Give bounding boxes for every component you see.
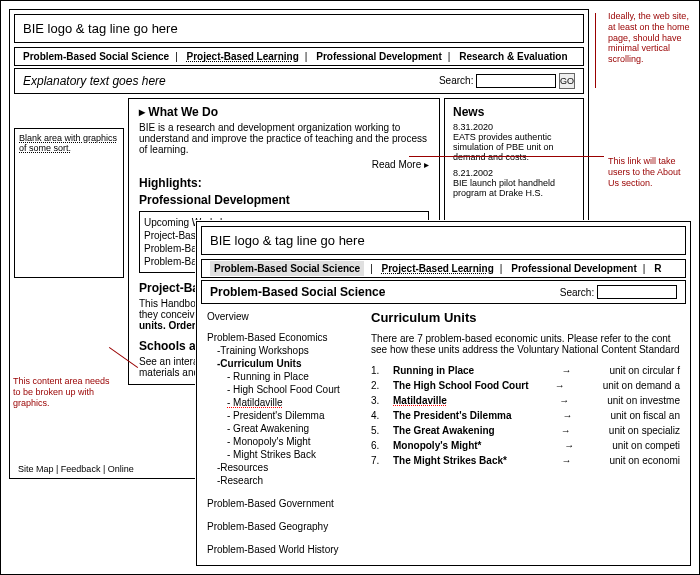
nav-item-profdev[interactable]: Professional Development <box>316 51 442 62</box>
section-title: Problem-Based Social Science <box>210 285 385 299</box>
primary-nav: Problem-Based Social Science| Project-Ba… <box>201 259 686 278</box>
unit-topic: unit on demand a <box>603 380 680 391</box>
news-item[interactable]: 8.21.2002 BIE launch pilot handheld prog… <box>453 168 575 198</box>
unit-name: The High School Food Court <box>393 380 547 391</box>
sidenav-item[interactable]: Problem-Based World History <box>207 543 357 556</box>
unit-row[interactable]: 1.Running in Place→unit on circular f <box>371 365 680 376</box>
nav-item-research[interactable]: Research & Evaluation <box>459 51 567 62</box>
unit-row[interactable]: 5.The Great Awakening→unit on specializ <box>371 425 680 436</box>
sidenav-unit[interactable]: - Matildaville <box>207 396 357 409</box>
content-area: Curriculum Units There are 7 problem-bas… <box>371 310 680 556</box>
unit-row[interactable]: 6.Monopoly's Might*→unit on competi <box>371 440 680 451</box>
arrow-icon: → <box>561 455 601 466</box>
annotation-line <box>409 156 604 157</box>
nav-item-pbss[interactable]: Problem-Based Social Science <box>23 51 169 62</box>
logo-tagline: BIE logo & tag line go here <box>210 233 677 248</box>
subsection-window: BIE logo & tag line go here Problem-Base… <box>196 221 691 566</box>
arrow-icon: → <box>561 365 601 376</box>
sidenav-item[interactable]: -Research <box>207 474 357 487</box>
unit-topic: unit on competi <box>612 440 680 451</box>
arrow-icon: ▸ <box>139 105 148 119</box>
unit-name: The Might Strikes Back* <box>393 455 553 466</box>
unit-name: Matildaville <box>393 395 551 406</box>
arrow-icon: ▸ <box>424 159 429 170</box>
unit-number: 3. <box>371 395 385 406</box>
highlights-subheading: Professional Development <box>139 193 429 207</box>
unit-number: 1. <box>371 365 385 376</box>
primary-nav: Problem-Based Social Science| Project-Ba… <box>14 47 584 66</box>
sidenav-unit[interactable]: - Monopoly's Might <box>207 435 357 448</box>
unit-row[interactable]: 3.Matildaville→unit on investme <box>371 395 680 406</box>
unit-number: 6. <box>371 440 385 451</box>
unit-name: Running in Place <box>393 365 553 376</box>
read-more-link[interactable]: Read More ▸ <box>139 159 429 170</box>
unit-number: 5. <box>371 425 385 436</box>
what-we-do-body: BIE is a research and development organi… <box>139 122 429 155</box>
unit-number: 4. <box>371 410 385 421</box>
logo-tagline: BIE logo & tag line go here <box>23 21 575 36</box>
header: BIE logo & tag line go here <box>201 226 686 255</box>
sidenav-unit[interactable]: - High School Food Court <box>207 383 357 396</box>
annotation: This link will take users to the About U… <box>608 156 693 188</box>
main-body: Overview Problem-Based Economics -Traini… <box>207 310 680 556</box>
nav-item-pbss[interactable]: Problem-Based Social Science <box>210 261 364 276</box>
news-heading: News <box>453 105 575 119</box>
nav-item-pbl[interactable]: Project-Based Learning <box>382 263 494 274</box>
arrow-icon: → <box>564 440 604 451</box>
search-label: Search: <box>439 75 473 86</box>
unit-topic: unit on investme <box>607 395 680 406</box>
sidenav-item[interactable]: Problem-Based Government <box>207 497 357 510</box>
nav-item-pbl[interactable]: Project-Based Learning <box>187 51 299 62</box>
search-input[interactable] <box>597 285 677 299</box>
units-intro: see how these units address the Voluntar… <box>371 344 680 355</box>
unit-row[interactable]: 7.The Might Strikes Back*→unit on econom… <box>371 455 680 466</box>
what-we-do-heading: ▸ What We Do <box>139 105 429 119</box>
arrow-icon: → <box>555 380 595 391</box>
nav-item-profdev[interactable]: Professional Development <box>511 263 637 274</box>
unit-topic: unit on circular f <box>609 365 680 376</box>
unit-name: The President's Dilemma <box>393 410 555 421</box>
sidenav-unit[interactable]: - Running in Place <box>207 370 357 383</box>
unit-topic: unit on fiscal an <box>611 410 681 421</box>
explanatory-text: Explanatory text goes here <box>23 74 166 88</box>
sidenav-overview[interactable]: Overview <box>207 310 357 323</box>
annotation: Ideally, the web site, at least on the h… <box>608 11 693 65</box>
units-intro: There are 7 problem-based economic units… <box>371 333 680 344</box>
unit-row[interactable]: 4.The President's Dilemma→unit on fiscal… <box>371 410 680 421</box>
unit-number: 7. <box>371 455 385 466</box>
unit-topic: unit on specializ <box>609 425 680 436</box>
annotation-line <box>595 13 596 88</box>
subheader: Problem-Based Social Science Search: <box>201 280 686 304</box>
search-go-button[interactable]: GO <box>559 73 575 89</box>
sidenav-item-active[interactable]: -Curriculum Units <box>207 357 357 370</box>
search-group: Search: <box>560 285 677 299</box>
side-nav: Overview Problem-Based Economics -Traini… <box>207 310 357 556</box>
search-group: Search: GO <box>439 73 575 89</box>
sidenav-item[interactable]: -Resources <box>207 461 357 474</box>
arrow-icon: → <box>559 395 599 406</box>
sidenav-unit[interactable]: - President's Dilemma <box>207 409 357 422</box>
annotation: This content area needs to be broken up … <box>13 376 113 408</box>
unit-topic: unit on economi <box>609 455 680 466</box>
units-list: 1.Running in Place→unit on circular f2.T… <box>371 365 680 466</box>
sidenav-item[interactable]: Problem-Based Geography <box>207 520 357 533</box>
unit-row[interactable]: 2.The High School Food Court→unit on dem… <box>371 380 680 391</box>
arrow-icon: → <box>563 410 603 421</box>
unit-name: Monopoly's Might* <box>393 440 556 451</box>
arrow-icon: → <box>561 425 601 436</box>
graphics-placeholder: Blank area with graphics of some sort. <box>14 128 124 278</box>
highlights-heading: Highlights: <box>139 176 429 190</box>
subheader: Explanatory text goes here Search: GO <box>14 68 584 94</box>
unit-number: 2. <box>371 380 385 391</box>
sidenav-item[interactable]: -Training Workshops <box>207 344 357 357</box>
header: BIE logo & tag line go here <box>14 14 584 43</box>
curriculum-units-heading: Curriculum Units <box>371 310 680 325</box>
search-label: Search: <box>560 287 594 298</box>
unit-name: The Great Awakening <box>393 425 553 436</box>
sidenav-unit[interactable]: - Might Strikes Back <box>207 448 357 461</box>
sidenav-item[interactable]: Problem-Based Economics <box>207 331 357 344</box>
left-column: Blank area with graphics of some sort. <box>14 98 124 385</box>
search-input[interactable] <box>476 74 556 88</box>
nav-item-research[interactable]: R <box>654 263 661 274</box>
sidenav-unit[interactable]: - Great Awakening <box>207 422 357 435</box>
